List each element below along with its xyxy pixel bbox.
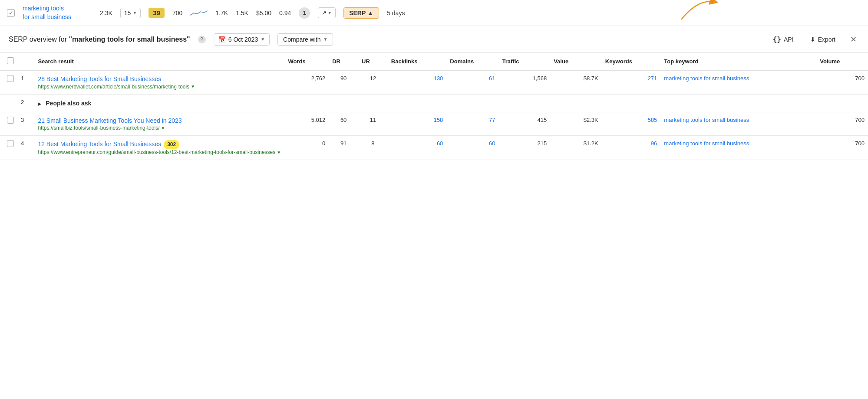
trend-icon: ↗ xyxy=(322,10,327,16)
download-icon: ⬇ xyxy=(810,36,815,43)
position-badge: 302 xyxy=(164,140,179,149)
col-header-keywords: Keywords xyxy=(602,53,661,70)
checkmark-icon: ✓ xyxy=(9,10,13,16)
url-dropdown-icon-2[interactable]: ▼ xyxy=(161,126,165,131)
serp-overview-header: SERP overview for "marketing tools for s… xyxy=(0,26,868,53)
value-cell-2: $2.3K xyxy=(550,112,602,136)
date-dropdown-icon: ▼ xyxy=(261,37,265,42)
date-value: 6 Oct 2023 xyxy=(228,36,258,43)
col-header-domains: Domains xyxy=(446,53,498,70)
calendar-icon: 📅 xyxy=(218,36,226,43)
date-picker[interactable]: 📅 6 Oct 2023 ▼ xyxy=(214,33,270,46)
col-header-value: Value xyxy=(550,53,602,70)
api-label: API xyxy=(784,36,794,43)
words-cell-0: 2,762 xyxy=(285,70,329,94)
top-keyword-cell-3[interactable]: marketing tools for small business xyxy=(660,136,816,160)
top-keyword-row: ✓ marketing tools for small business 2.3… xyxy=(0,0,868,26)
volume-cell-2: 700 xyxy=(816,112,868,136)
backlinks-cell-2[interactable]: 158 xyxy=(388,112,447,136)
people-ask-cell: ▶ People also ask xyxy=(34,94,868,112)
triangle-icon: ▶ xyxy=(38,101,41,106)
volume-cell-0: 700 xyxy=(816,70,868,94)
ur-cell-2: 11 xyxy=(358,112,388,136)
position-value: 15 xyxy=(124,10,131,16)
backlinks-cell-3[interactable]: 60 xyxy=(388,136,447,160)
url-dropdown-icon-3[interactable]: ▼ xyxy=(277,150,281,155)
col-header-num xyxy=(17,53,34,70)
traffic-cell-0: 1,568 xyxy=(499,70,551,94)
url-text-2[interactable]: https://smallbiz.tools/small-business-ma… xyxy=(38,125,159,131)
checkbox-cell-0[interactable] xyxy=(0,70,17,94)
checkbox-cell-2[interactable] xyxy=(0,112,17,136)
ur-cell-0: 12 xyxy=(358,70,388,94)
row-checkbox-2[interactable] xyxy=(7,117,14,124)
dr-cell-2: 60 xyxy=(329,112,358,136)
value-cell-0: $8.7K xyxy=(550,70,602,94)
help-icon[interactable]: ? xyxy=(198,36,206,43)
result-cell-3: 12 Best Marketing Tools for Small Busine… xyxy=(34,136,284,160)
trend-button[interactable]: ↗ ▼ xyxy=(318,7,336,18)
url-dropdown-icon-0[interactable]: ▼ xyxy=(191,84,195,89)
row-checkbox-3[interactable] xyxy=(7,140,14,147)
compare-label: Compare with xyxy=(283,36,320,43)
row-num-0: 1 xyxy=(17,70,34,94)
select-all-checkbox-header[interactable] xyxy=(0,53,17,70)
col-header-ur: UR xyxy=(358,53,388,70)
domains-cell-0[interactable]: 61 xyxy=(446,70,498,94)
traffic-stat: 1.7K xyxy=(215,10,228,16)
volume-cell-3: 700 xyxy=(816,136,868,160)
row-num-2: 3 xyxy=(17,112,34,136)
dr-cell-0: 90 xyxy=(329,70,358,94)
export-button[interactable]: ⬇ Export xyxy=(806,34,840,45)
value-cell-3: $1.2K xyxy=(550,136,602,160)
keywords-cell-0[interactable]: 271 xyxy=(602,70,661,94)
traffic-value: 1.5K xyxy=(236,10,248,16)
checkbox-cell-3[interactable] xyxy=(0,136,17,160)
row-checkbox-0[interactable] xyxy=(7,75,14,82)
keyword-link[interactable]: marketing tools for small business xyxy=(23,4,92,21)
export-label: Export xyxy=(818,36,835,43)
url-text-3[interactable]: https://www.entrepreneur.com/guide/small… xyxy=(38,149,275,155)
serp-arrow-icon: ▲ xyxy=(367,10,373,16)
words-cell-3: 0 xyxy=(285,136,329,160)
api-button[interactable]: {} API xyxy=(769,33,798,46)
domains-cell-3[interactable]: 60 xyxy=(446,136,498,160)
top-keyword-cell-2[interactable]: marketing tools for small business xyxy=(660,112,816,136)
traffic-cell-2: 415 xyxy=(499,112,551,136)
serp-results-table: Search result Words DR UR Backlinks Doma… xyxy=(0,53,868,160)
compare-dropdown-icon: ▼ xyxy=(323,37,327,42)
words-cell-2: 5,012 xyxy=(285,112,329,136)
col-header-backlinks: Backlinks xyxy=(388,53,447,70)
result-title-link-3[interactable]: 12 Best Marketing Tools for Small Busine… xyxy=(38,140,281,149)
keywords-cell-2[interactable]: 585 xyxy=(602,112,661,136)
serp-button[interactable]: SERP ▲ xyxy=(343,7,379,19)
position-dropdown-icon: ▼ xyxy=(132,10,137,15)
trend-dropdown-icon: ▼ xyxy=(327,10,332,15)
position-box[interactable]: 15 ▼ xyxy=(120,8,141,18)
result-title-link-0[interactable]: 28 Best Marketing Tools for Small Busine… xyxy=(38,75,281,84)
backlinks-cell-0[interactable]: 130 xyxy=(388,70,447,94)
braces-icon: {} xyxy=(773,35,781,43)
days-stat: 5 days xyxy=(387,10,405,16)
result-title-link-2[interactable]: 21 Small Business Marketing Tools You Ne… xyxy=(38,117,281,125)
close-button[interactable]: ✕ xyxy=(848,35,859,44)
table-header-row: Search result Words DR UR Backlinks Doma… xyxy=(0,53,868,70)
compare-button[interactable]: Compare with ▼ xyxy=(277,33,333,46)
result-url-0: https://www.nerdwallet.com/article/small… xyxy=(38,84,281,90)
search-volume: 700 xyxy=(172,10,182,16)
col-header-search-result: Search result xyxy=(34,53,284,70)
cpc-stat: $5.00 xyxy=(256,10,271,16)
arrow-annotation xyxy=(677,0,720,22)
ur-cell-3: 8 xyxy=(358,136,388,160)
checkbox-cell-1 xyxy=(0,94,17,112)
keywords-cell-3[interactable]: 96 xyxy=(602,136,661,160)
table-row: 4 12 Best Marketing Tools for Small Busi… xyxy=(0,136,868,160)
domains-cell-2[interactable]: 77 xyxy=(446,112,498,136)
row-select-checkbox[interactable]: ✓ xyxy=(7,9,15,17)
dr-cell-3: 91 xyxy=(329,136,358,160)
url-text-0[interactable]: https://www.nerdwallet.com/article/small… xyxy=(38,84,189,90)
traffic-cell-3: 215 xyxy=(499,136,551,160)
mini-sparkline xyxy=(190,9,208,17)
table-body: 1 28 Best Marketing Tools for Small Busi… xyxy=(0,70,868,160)
top-keyword-cell-0[interactable]: marketing tools for small business xyxy=(660,70,816,94)
